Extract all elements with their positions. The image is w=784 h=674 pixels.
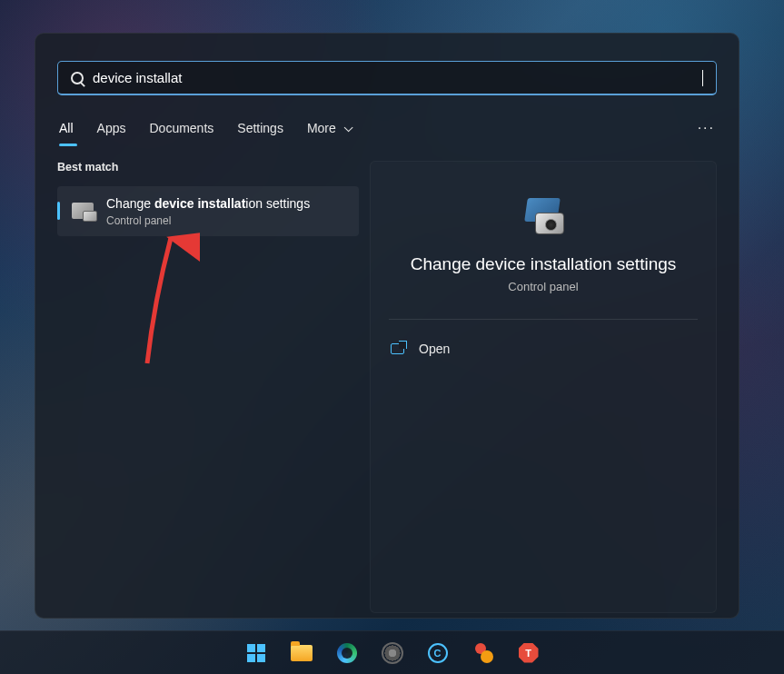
result-title-pre: Change <box>106 196 154 211</box>
tab-settings[interactable]: Settings <box>237 115 283 141</box>
result-subtitle: Control panel <box>106 214 348 227</box>
open-icon <box>391 343 404 354</box>
search-icon <box>71 72 84 84</box>
text-cursor <box>702 70 703 86</box>
action-open[interactable]: Open <box>389 336 698 362</box>
chevron-down-icon <box>343 123 352 132</box>
colored-circles-icon <box>473 643 493 663</box>
device-install-hero-icon <box>521 198 566 234</box>
result-title-post: ion settings <box>245 196 310 211</box>
file-explorer-button[interactable] <box>283 635 320 671</box>
settings-button[interactable] <box>374 635 411 671</box>
search-box[interactable] <box>57 61 717 95</box>
result-title-match: device installat <box>154 196 245 211</box>
tab-documents[interactable]: Documents <box>149 115 213 141</box>
app-button-1[interactable] <box>465 635 501 671</box>
start-search-panel: All Apps Documents Settings More ··· Bes… <box>35 33 739 619</box>
result-change-device-installation-settings[interactable]: Change device installation settings Cont… <box>57 186 359 236</box>
more-options-button[interactable]: ··· <box>698 120 715 136</box>
results-list: Best match Change device installation se… <box>57 161 359 613</box>
edge-button[interactable] <box>329 635 365 671</box>
preview-subtitle: Control panel <box>508 280 578 293</box>
results-area: Best match Change device installation se… <box>57 161 717 613</box>
result-title: Change device installation settings <box>106 195 348 213</box>
windows-logo-icon <box>247 644 265 662</box>
gear-icon <box>383 644 402 662</box>
preview-title: Change device installation settings <box>411 254 677 274</box>
result-text: Change device installation settings Cont… <box>106 195 348 227</box>
start-button[interactable] <box>238 635 274 671</box>
divider <box>389 319 698 320</box>
folder-icon <box>291 645 313 661</box>
edge-icon <box>337 643 357 663</box>
section-best-match: Best match <box>57 161 359 173</box>
tab-more[interactable]: More <box>307 115 350 141</box>
preview-pane: Change device installation settings Cont… <box>370 161 717 613</box>
cortana-icon: C <box>428 643 448 663</box>
app-button-2[interactable]: T <box>511 635 547 671</box>
device-install-icon <box>68 196 97 225</box>
stop-sign-icon: T <box>519 643 539 663</box>
action-open-label: Open <box>419 342 450 356</box>
search-input[interactable] <box>93 70 704 85</box>
tab-more-label: More <box>307 121 336 135</box>
tab-apps[interactable]: Apps <box>97 115 126 141</box>
filter-tabs: All Apps Documents Settings More ··· <box>57 115 717 141</box>
tab-all[interactable]: All <box>59 115 74 141</box>
taskbar: C T <box>0 630 784 674</box>
cortana-button[interactable]: C <box>420 635 456 671</box>
